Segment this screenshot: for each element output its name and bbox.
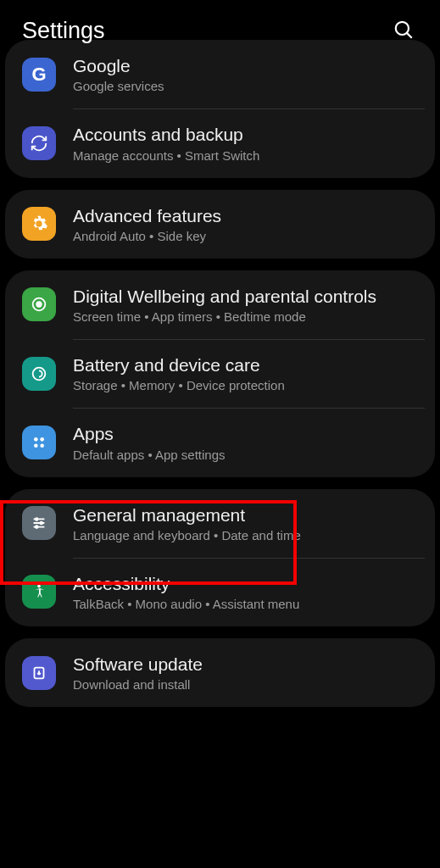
settings-item-apps[interactable]: Apps Default apps • App settings <box>5 408 435 476</box>
settings-item-devicecare[interactable]: Battery and device care Storage • Memory… <box>5 339 435 408</box>
settings-group: Digital Wellbeing and parental controls … <box>5 270 435 477</box>
google-icon: G <box>22 58 56 92</box>
wellbeing-icon <box>22 287 56 321</box>
settings-group: General management Language and keyboard… <box>5 489 435 627</box>
settings-group: Advanced features Android Auto • Side ke… <box>5 190 435 259</box>
settings-item-wellbeing[interactable]: Digital Wellbeing and parental controls … <box>5 270 435 339</box>
svg-line-1 <box>407 33 412 38</box>
svg-point-5 <box>34 437 38 442</box>
settings-group: G Google Google services Accounts and ba… <box>5 40 435 178</box>
settings-item-software[interactable]: Software update Download and install <box>5 638 435 707</box>
item-title: Software update <box>73 654 418 676</box>
sync-icon <box>22 126 56 160</box>
item-subtitle: Google services <box>73 79 418 93</box>
item-title: Accounts and backup <box>73 124 418 146</box>
item-title: Battery and device care <box>73 354 418 376</box>
apps-icon <box>22 426 56 459</box>
item-title: Accessibility <box>73 573 418 595</box>
svg-point-4 <box>33 367 46 380</box>
update-icon <box>22 656 56 690</box>
settings-item-accessibility[interactable]: Accessibility TalkBack • Mono audio • As… <box>5 558 435 626</box>
settings-list: G Google Google services Accounts and ba… <box>0 40 440 707</box>
svg-point-3 <box>36 303 42 308</box>
item-title: Google <box>73 55 418 77</box>
item-title: Advanced features <box>73 205 418 227</box>
item-subtitle: Manage accounts • Smart Switch <box>73 148 418 163</box>
svg-point-8 <box>40 443 44 448</box>
search-icon <box>393 19 415 41</box>
svg-point-14 <box>36 526 38 528</box>
svg-point-0 <box>396 22 409 35</box>
item-subtitle: Language and keyboard • Date and time <box>73 528 418 542</box>
item-title: Digital Wellbeing and parental controls <box>73 286 418 308</box>
svg-point-6 <box>40 437 44 442</box>
item-subtitle: Storage • Memory • Device protection <box>73 378 418 392</box>
item-subtitle: TalkBack • Mono audio • Assistant menu <box>73 597 418 611</box>
svg-point-12 <box>36 518 38 520</box>
gear-icon <box>22 207 56 241</box>
devicecare-icon <box>22 357 56 391</box>
item-subtitle: Download and install <box>73 677 418 692</box>
item-subtitle: Default apps • App settings <box>73 448 418 462</box>
item-title: Apps <box>73 423 418 445</box>
svg-point-15 <box>37 585 41 588</box>
item-subtitle: Screen time • App timers • Bedtime mode <box>73 309 418 324</box>
sliders-icon <box>22 506 56 540</box>
svg-point-7 <box>34 443 38 448</box>
settings-item-advanced[interactable]: Advanced features Android Auto • Side ke… <box>5 190 435 259</box>
settings-item-general[interactable]: General management Language and keyboard… <box>5 489 435 558</box>
accessibility-icon <box>22 575 56 609</box>
svg-point-13 <box>40 522 42 525</box>
settings-item-google[interactable]: G Google Google services <box>5 40 435 108</box>
settings-group: Software update Download and install <box>5 638 435 707</box>
settings-item-accounts[interactable]: Accounts and backup Manage accounts • Sm… <box>5 108 435 177</box>
item-subtitle: Android Auto • Side key <box>73 229 418 243</box>
item-title: General management <box>73 504 418 526</box>
